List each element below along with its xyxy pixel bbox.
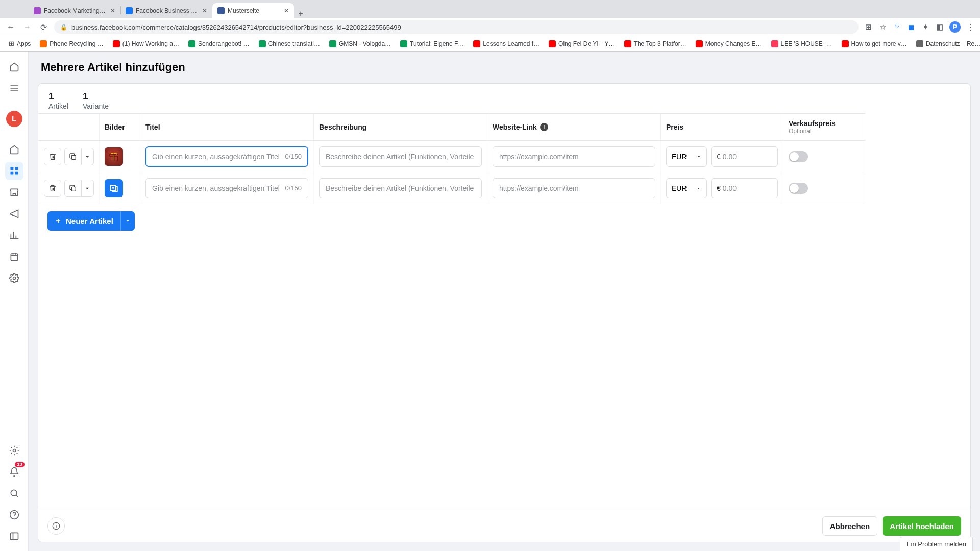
nav-gear-icon[interactable]: [5, 441, 23, 460]
title-counter: 0/150: [285, 184, 302, 192]
nav-settings-icon[interactable]: [5, 269, 23, 287]
footer-info-icon[interactable]: [47, 517, 65, 535]
bookmark-item[interactable]: Qing Fei De Yi – Y…: [545, 39, 619, 49]
svg-point-6: [13, 449, 15, 452]
bookmark-item[interactable]: Tutorial: Eigene F…: [397, 39, 468, 49]
nav-insights-icon[interactable]: [5, 226, 23, 244]
report-problem-button[interactable]: Ein Problem melden: [900, 537, 973, 551]
duplicate-row-button[interactable]: [64, 148, 82, 165]
submit-button[interactable]: Artikel hochladen: [883, 516, 961, 536]
browser-tab[interactable]: Facebook Marketing & Werbea…✕: [29, 3, 120, 18]
pixel-icon[interactable]: ◧: [935, 22, 944, 32]
notification-badge: 13: [15, 462, 24, 467]
bookmark-item[interactable]: Sonderangebot! …: [185, 39, 253, 49]
currency-select[interactable]: EUR: [666, 178, 707, 198]
nav-collapse-icon[interactable]: [5, 527, 23, 545]
row-thumbnail[interactable]: [105, 179, 123, 197]
delete-row-button[interactable]: [44, 180, 61, 197]
svg-rect-3: [15, 172, 18, 175]
summary-label: Variante: [83, 102, 109, 110]
bookmark-item[interactable]: Lessons Learned f…: [470, 39, 543, 49]
title-field[interactable]: [152, 184, 281, 192]
delete-row-button[interactable]: [44, 148, 61, 165]
fb-ext-icon[interactable]: ◼: [906, 22, 916, 32]
bookmark-favicon: [842, 40, 849, 47]
website-input[interactable]: [493, 178, 655, 198]
table-scroll[interactable]: Bilder Titel Beschreibung Website-Linki …: [38, 113, 970, 510]
tab-title: Facebook Business Suite: [136, 7, 199, 14]
bookmark-item[interactable]: (1) How Working a…: [109, 39, 183, 49]
svg-point-5: [13, 277, 15, 280]
nav-ads-icon[interactable]: [5, 205, 23, 223]
star-icon[interactable]: ☆: [878, 22, 887, 32]
bookmark-item[interactable]: LEE 'S HOUSE–…: [768, 39, 836, 49]
qr-icon[interactable]: ⊞: [864, 22, 873, 32]
tab-close-icon[interactable]: ✕: [110, 7, 115, 14]
menu-icon[interactable]: ⋮: [966, 22, 975, 32]
nav-reload-button[interactable]: ⟳: [38, 21, 49, 33]
extensions-icon[interactable]: ✦: [921, 22, 930, 32]
bookmark-item[interactable]: GMSN - Vologda…: [326, 39, 395, 49]
browser-tab[interactable]: Musterseite✕: [212, 3, 294, 18]
svg-rect-0: [10, 167, 13, 170]
row-more-button[interactable]: [82, 180, 94, 197]
title-input[interactable]: 0/150: [145, 146, 308, 167]
nav-home-icon[interactable]: [5, 58, 23, 76]
info-icon[interactable]: i: [540, 123, 548, 131]
bookmark-item[interactable]: How to get more v…: [838, 39, 911, 49]
new-item-button[interactable]: Neuer Artikel: [47, 211, 120, 231]
bookmark-favicon: [40, 40, 47, 47]
bookmark-apps[interactable]: ⊞Apps: [5, 38, 34, 49]
bookmark-item[interactable]: Datenschutz – Re…: [913, 39, 980, 49]
row-thumbnail[interactable]: [105, 147, 123, 166]
summary-stat: 1Variante: [83, 91, 109, 110]
summary-number: 1: [48, 91, 68, 102]
title-input[interactable]: 0/150: [145, 178, 308, 198]
nav-forward-button[interactable]: →: [21, 21, 33, 33]
title-field[interactable]: [152, 153, 281, 161]
org-avatar[interactable]: L: [6, 111, 22, 127]
translate-icon[interactable]: ᴳ: [892, 22, 901, 32]
nav-events-icon[interactable]: [5, 247, 23, 266]
description-field[interactable]: [326, 183, 475, 193]
website-field[interactable]: [499, 153, 649, 161]
bookmark-label: Money Changes E…: [705, 40, 762, 47]
address-bar[interactable]: 🔒 business.facebook.com/commerce/catalog…: [54, 20, 859, 34]
nav-notifications-icon[interactable]: 13: [5, 463, 23, 481]
new-item-dropdown[interactable]: [120, 211, 135, 231]
nav-shops-icon[interactable]: [5, 183, 23, 202]
description-input[interactable]: [319, 178, 482, 198]
browser-tab[interactable]: Facebook Business Suite✕: [120, 3, 212, 18]
saleprice-toggle[interactable]: [789, 151, 808, 162]
currency-select[interactable]: EUR: [666, 146, 707, 167]
summary-stat: 1Artikel: [48, 91, 68, 110]
svg-rect-2: [10, 172, 13, 175]
bookmark-item[interactable]: Chinese translati…: [255, 39, 324, 49]
price-input[interactable]: €0.00: [711, 146, 778, 167]
bookmark-favicon: [473, 40, 480, 47]
tab-close-icon[interactable]: ✕: [284, 7, 289, 14]
saleprice-toggle[interactable]: [789, 183, 808, 194]
website-field[interactable]: [499, 184, 649, 192]
tab-close-icon[interactable]: ✕: [202, 7, 207, 14]
bookmark-item[interactable]: Phone Recycling …: [36, 39, 107, 49]
row-more-button[interactable]: [82, 148, 94, 165]
tab-favicon: [34, 7, 41, 14]
website-input[interactable]: [493, 146, 655, 167]
nav-catalog-icon[interactable]: [5, 162, 23, 180]
new-tab-button[interactable]: +: [294, 9, 307, 18]
description-field[interactable]: [326, 152, 475, 162]
price-input[interactable]: €0.00: [711, 178, 778, 198]
nav-help-icon[interactable]: [5, 506, 23, 524]
bookmark-item[interactable]: Money Changes E…: [692, 39, 766, 49]
description-input[interactable]: [319, 146, 482, 167]
profile-avatar[interactable]: P: [949, 21, 961, 33]
bookmark-item[interactable]: The Top 3 Platfor…: [621, 39, 690, 49]
bookmark-label: How to get more v…: [851, 40, 907, 47]
cancel-button[interactable]: Abbrechen: [822, 516, 877, 536]
nav-search-icon[interactable]: [5, 484, 23, 503]
nav-overview-icon[interactable]: [5, 140, 23, 159]
nav-menu-icon[interactable]: [5, 79, 23, 97]
duplicate-row-button[interactable]: [64, 180, 82, 197]
nav-back-button[interactable]: ←: [5, 21, 16, 33]
